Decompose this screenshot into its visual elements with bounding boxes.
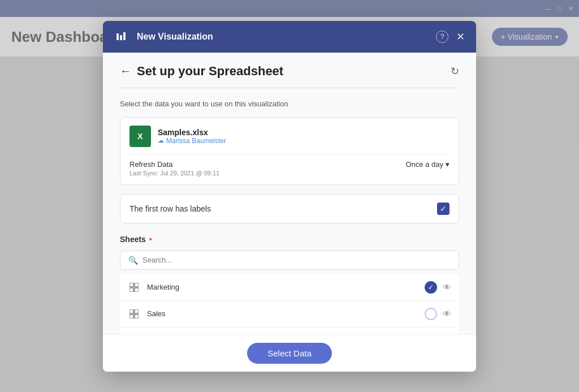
refresh-row: Refresh Data Last Sync: Jul 29, 2021 @ 0… (129, 154, 450, 176)
sheets-search-input[interactable] (142, 256, 451, 264)
sheet-grid-icon (128, 308, 140, 320)
file-name: Samples.xlsx (158, 128, 450, 137)
select-data-button[interactable]: Select Data (247, 343, 332, 364)
sheets-label: Sheets • (120, 235, 459, 244)
refresh-info: Refresh Data Last Sync: Jul 29, 2021 @ 0… (129, 160, 219, 176)
file-info: X Samples.xlsx ☁ Marissa Baumeister (129, 126, 450, 147)
file-owner: ☁ Marissa Baumeister (158, 137, 450, 145)
modal-footer: Select Data (103, 334, 476, 372)
first-row-labels-row: The first row has labels ✓ (120, 194, 459, 223)
svg-rect-5 (129, 288, 133, 292)
svg-rect-2 (123, 32, 126, 40)
svg-rect-4 (135, 283, 139, 287)
first-row-checkbox[interactable]: ✓ (437, 203, 450, 215)
svg-rect-6 (135, 288, 139, 292)
modal-close-button[interactable]: ✕ (456, 31, 465, 43)
required-indicator: • (147, 235, 152, 244)
svg-rect-9 (129, 315, 133, 318)
sheet-list: Marketing ✓ 👁 (120, 274, 459, 334)
cloud-icon: ☁ (158, 137, 164, 144)
refresh-frequency-selector[interactable]: Once a day ▾ (406, 160, 450, 169)
sheet-preview-icon[interactable]: 👁 (443, 282, 451, 292)
excel-icon-label: X (137, 132, 142, 141)
setup-title-area: ← Set up your Spreadsheet (120, 64, 283, 79)
modal-header: New Visualization ? ✕ (103, 21, 476, 53)
svg-rect-10 (135, 315, 139, 318)
sheets-section: Sheets • 🔍 (120, 235, 459, 334)
refresh-label: Refresh Data (129, 160, 219, 169)
sheet-preview-icon[interactable]: 👁 (443, 309, 451, 318)
description-text: Select the data you want to use on this … (120, 100, 459, 108)
back-button[interactable]: ← (120, 64, 131, 77)
modal-title: New Visualization (137, 32, 429, 42)
modal-body: ← Set up your Spreadsheet ↻ Select the d… (103, 53, 476, 334)
frequency-label: Once a day (406, 160, 444, 169)
modal-header-actions: ? ✕ (436, 31, 465, 43)
search-icon: 🔍 (128, 256, 138, 265)
frequency-chevron: ▾ (446, 160, 450, 169)
modal-overlay: New Visualization ? ✕ ← Set up your Spre… (0, 0, 579, 392)
svg-rect-1 (120, 35, 122, 40)
modal-header-icon (114, 29, 130, 45)
refresh-button[interactable]: ↻ (451, 65, 459, 77)
setup-title: Set up your Spreadsheet (137, 64, 283, 79)
search-box[interactable]: 🔍 (120, 251, 459, 270)
sheet-row: Healthcare 👁 (120, 328, 459, 334)
refresh-sync: Last Sync: Jul 29, 2021 @ 09:11 (129, 170, 219, 176)
sheet-grid-icon (128, 281, 140, 294)
modal-help-button[interactable]: ? (436, 31, 448, 43)
sheet-row: Sales 👁 (120, 301, 459, 328)
sheet-name: Marketing (147, 283, 418, 291)
svg-rect-0 (116, 33, 119, 40)
owner-name: Marissa Baumeister (166, 137, 226, 145)
sheet-select-button[interactable] (425, 308, 437, 320)
svg-rect-7 (129, 309, 133, 313)
sheet-actions: ✓ 👁 (425, 281, 451, 294)
sheet-actions: 👁 (425, 308, 451, 320)
excel-icon: X (129, 126, 151, 147)
file-card: X Samples.xlsx ☁ Marissa Baumeister Refr… (120, 117, 459, 185)
svg-rect-8 (135, 309, 139, 313)
setup-header: ← Set up your Spreadsheet ↻ (120, 64, 459, 88)
first-row-label: The first row has labels (129, 204, 211, 213)
new-visualization-modal: New Visualization ? ✕ ← Set up your Spre… (103, 21, 476, 372)
svg-rect-3 (129, 283, 133, 287)
sheet-row: Marketing ✓ 👁 (120, 274, 459, 301)
sheet-select-button[interactable]: ✓ (425, 281, 437, 294)
sheet-name: Sales (147, 309, 418, 318)
file-details: Samples.xlsx ☁ Marissa Baumeister (158, 128, 450, 145)
